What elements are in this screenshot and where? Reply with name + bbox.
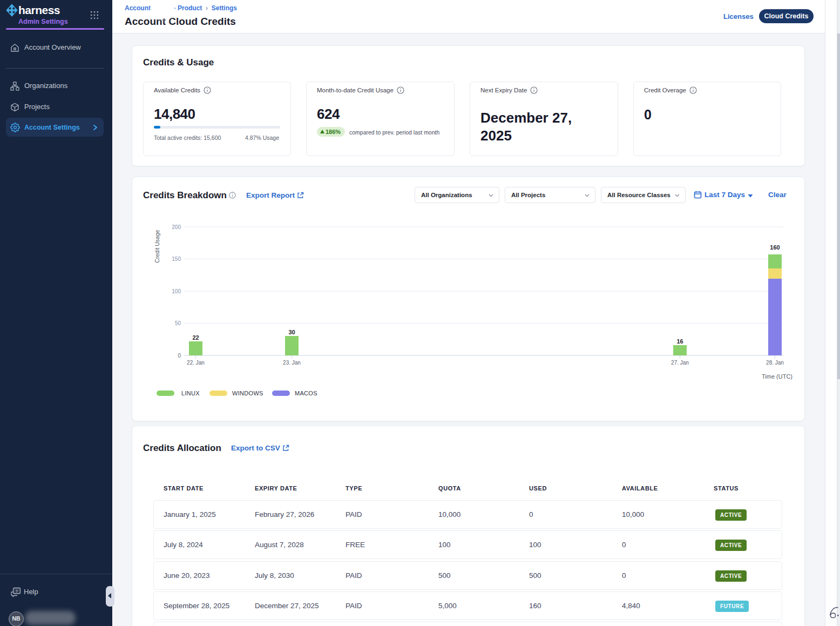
svg-text:23. Jan: 23. Jan [283, 360, 301, 366]
svg-text:160: 160 [770, 244, 780, 251]
svg-text:22: 22 [192, 334, 199, 341]
svg-text:16: 16 [676, 338, 683, 345]
svg-text:?: ? [16, 589, 18, 594]
svg-text:100: 100 [172, 288, 181, 294]
svg-text:0: 0 [178, 353, 181, 359]
svg-text:28. Jan: 28. Jan [766, 360, 784, 366]
svg-text:50: 50 [175, 320, 181, 326]
svg-text:150: 150 [172, 256, 181, 262]
svg-text:27. Jan: 27. Jan [671, 360, 689, 366]
svg-text:200: 200 [172, 224, 181, 230]
svg-text:Credit Usage: Credit Usage [154, 230, 160, 262]
svg-text:30: 30 [288, 329, 295, 335]
svg-text:22. Jan: 22. Jan [187, 360, 205, 366]
